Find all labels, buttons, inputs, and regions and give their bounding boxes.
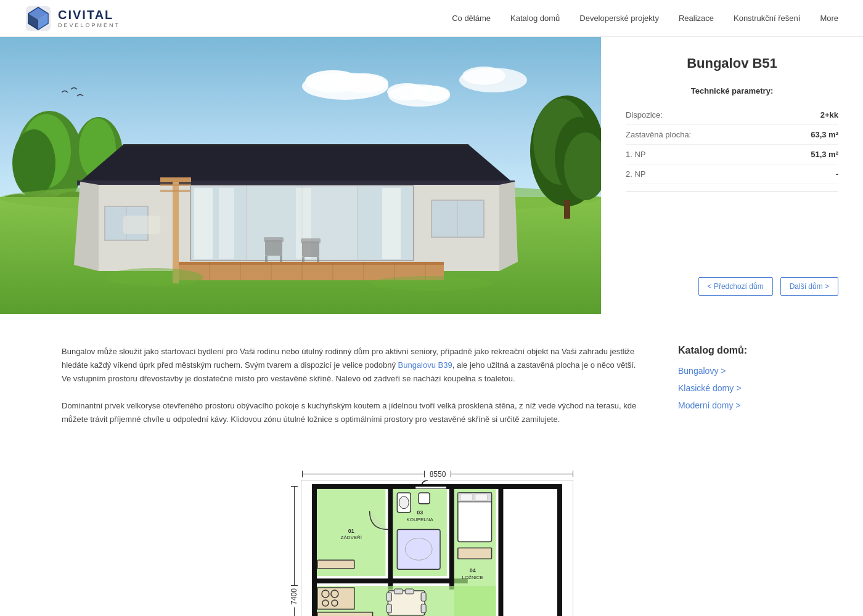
prev-house-button[interactable]: < Předchozí dům xyxy=(698,277,773,296)
svg-rect-113 xyxy=(394,589,403,594)
svg-point-11 xyxy=(413,86,450,102)
dimension-height: 7400 xyxy=(290,586,298,607)
content-section: Bungalov může sloužit jako startovací by… xyxy=(0,314,863,458)
svg-rect-84 xyxy=(449,487,454,590)
svg-rect-72 xyxy=(280,256,282,262)
param-label-1np: 1. NP xyxy=(626,150,646,159)
nav-katalog[interactable]: Katalog domů xyxy=(510,14,560,23)
param-divider xyxy=(626,192,838,192)
main-nav: Co děláme Katalog domů Developerské proj… xyxy=(452,14,838,23)
svg-point-8 xyxy=(339,73,388,93)
svg-point-91 xyxy=(399,496,409,508)
svg-rect-81 xyxy=(415,487,446,488)
svg-rect-112 xyxy=(421,604,426,612)
svg-rect-54 xyxy=(160,190,191,192)
svg-rect-97 xyxy=(460,493,473,500)
svg-rect-110 xyxy=(387,604,391,612)
nav-more[interactable]: More xyxy=(820,14,838,23)
svg-rect-106 xyxy=(317,612,373,616)
svg-rect-70 xyxy=(264,237,284,242)
svg-rect-64 xyxy=(382,188,401,259)
svg-point-79 xyxy=(370,276,493,291)
catalog-klasicke[interactable]: Klasické domy > xyxy=(678,383,801,393)
nav-buttons: < Předchozí dům Další dům > xyxy=(626,277,838,296)
param-value-2np: - xyxy=(836,169,838,179)
logo-name: CIVITAL xyxy=(58,8,120,22)
svg-text:ZÁDVEŘÍ: ZÁDVEŘÍ xyxy=(341,535,362,540)
svg-text:04: 04 xyxy=(470,567,476,573)
svg-rect-92 xyxy=(419,492,430,503)
svg-text:03: 03 xyxy=(417,509,423,515)
catalog-moderni[interactable]: Moderní domy > xyxy=(678,400,801,410)
svg-rect-114 xyxy=(405,589,414,594)
info-panel: Bungalov B51 Technické parametry: Dispoz… xyxy=(601,37,863,314)
svg-rect-73 xyxy=(302,241,319,257)
param-zastavena: Zastavěná plocha: 63,3 m² xyxy=(626,125,838,145)
nav-developer[interactable]: Developerské projekty xyxy=(579,14,659,23)
hero-section: Bungalov B51 Technické parametry: Dispoz… xyxy=(0,37,863,314)
svg-rect-42 xyxy=(179,262,444,265)
svg-rect-76 xyxy=(317,257,319,262)
floorplan-section: 8550 7400 xyxy=(0,458,863,616)
svg-rect-52 xyxy=(160,177,191,182)
floorplan-svg: 01 ZÁDVEŘÍ 03 KOUPELNA 04 LOŽNICE 02 OBY… xyxy=(301,480,573,616)
svg-marker-40 xyxy=(499,182,518,271)
svg-point-13 xyxy=(462,67,505,85)
description-p2: Dominantní prvek velkoryse otevřeného pr… xyxy=(62,399,641,426)
catalog-bungalovy[interactable]: Bungalovy > xyxy=(678,366,801,376)
svg-text:KOUPELNA: KOUPELNA xyxy=(407,516,434,522)
svg-rect-83 xyxy=(388,487,393,590)
tech-params-label: Technické parametry: xyxy=(626,86,838,95)
description-area: Bungalov může sloužit jako startovací by… xyxy=(62,345,641,427)
bungalov-link[interactable]: Bungalovu B39 xyxy=(398,360,452,370)
svg-rect-53 xyxy=(160,184,191,186)
header: CIVITAL DEVELOPMENT Co děláme Katalog do… xyxy=(0,0,863,37)
svg-rect-111 xyxy=(421,593,426,601)
description-p1: Bungalov může sloužit jako startovací by… xyxy=(62,345,641,386)
nav-realizace[interactable]: Realizace xyxy=(679,14,714,23)
nav-co-delame[interactable]: Co děláme xyxy=(452,14,491,23)
svg-rect-62 xyxy=(219,188,234,259)
next-house-button[interactable]: Další dům > xyxy=(780,277,838,296)
svg-rect-71 xyxy=(265,256,268,262)
svg-rect-75 xyxy=(302,257,305,262)
svg-rect-93 xyxy=(397,529,440,569)
param-value-dispozice: 2+kk xyxy=(820,110,838,120)
param-1np: 1. NP 51,3 m² xyxy=(626,145,838,164)
catalog-sidebar: Katalog domů: Bungalovy > Klasické domy … xyxy=(678,345,801,427)
svg-rect-51 xyxy=(173,179,179,283)
svg-rect-61 xyxy=(194,188,213,259)
svg-text:LOŽNICE: LOŽNICE xyxy=(462,575,483,580)
svg-rect-85 xyxy=(498,487,503,616)
svg-marker-33 xyxy=(80,145,512,182)
svg-text:01: 01 xyxy=(348,527,354,533)
svg-rect-98 xyxy=(475,493,488,500)
logo[interactable]: CIVITAL DEVELOPMENT xyxy=(25,5,120,32)
logo-sub: DEVELOPMENT xyxy=(58,22,120,28)
svg-rect-74 xyxy=(301,238,321,243)
svg-point-78 xyxy=(105,268,203,286)
params-list: Dispozice: 2+kk Zastavěná plocha: 63,3 m… xyxy=(626,105,838,184)
floorplan-wrapper: 8550 7400 xyxy=(290,470,573,616)
svg-rect-69 xyxy=(265,240,282,256)
svg-rect-100 xyxy=(317,560,354,569)
svg-point-16 xyxy=(12,129,55,197)
param-label-zastavena: Zastavěná plocha: xyxy=(626,130,691,139)
svg-rect-109 xyxy=(387,593,391,601)
svg-rect-77 xyxy=(123,216,160,234)
param-label-2np: 2. NP xyxy=(626,169,646,179)
svg-rect-108 xyxy=(388,591,425,615)
nav-konstrukce[interactable]: Konstrukční řešení xyxy=(734,14,800,23)
svg-rect-99 xyxy=(458,548,492,559)
svg-rect-32 xyxy=(564,200,570,219)
param-label-dispozice: Dispozice: xyxy=(626,110,663,120)
house-title: Bungalov B51 xyxy=(626,55,838,71)
param-dispozice: Dispozice: 2+kk xyxy=(626,105,838,125)
param-value-zastavena: 63,3 m² xyxy=(811,130,838,139)
logo-text: CIVITAL DEVELOPMENT xyxy=(58,8,120,28)
house-scene xyxy=(0,37,601,314)
svg-rect-37 xyxy=(77,180,515,185)
param-value-1np: 51,3 m² xyxy=(811,150,838,159)
hero-image xyxy=(0,37,601,314)
catalog-title: Katalog domů: xyxy=(678,345,801,356)
